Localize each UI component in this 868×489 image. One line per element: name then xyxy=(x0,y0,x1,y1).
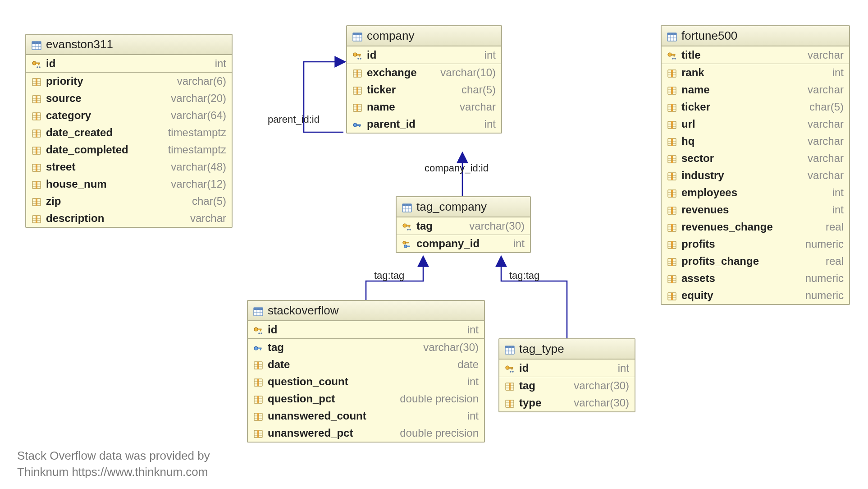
column-name: employees xyxy=(681,186,737,199)
table-title: tag_company xyxy=(416,200,487,214)
svg-rect-125 xyxy=(512,368,512,369)
svg-rect-84 xyxy=(407,246,410,247)
primary-key-icon xyxy=(32,59,41,68)
column-type: int xyxy=(215,57,226,70)
column-icon xyxy=(505,398,515,407)
column-row: sectorvarchar xyxy=(662,150,849,167)
column-name: rank xyxy=(681,66,704,79)
relation-label-tag-left: tag:tag xyxy=(374,270,404,281)
table-title: tag_type xyxy=(519,342,564,356)
column-name: ticker xyxy=(367,83,396,96)
table-rows: tagvarchar(30) company_idint xyxy=(397,217,530,252)
column-row: profitsnumeric xyxy=(662,235,849,253)
svg-rect-43 xyxy=(36,216,37,223)
column-icon xyxy=(253,394,263,403)
column-row: descriptionvarchar xyxy=(26,210,232,227)
column-type: char(5) xyxy=(461,83,496,96)
column-row: revenues_changereal xyxy=(662,218,849,235)
table-icon xyxy=(402,203,412,212)
svg-rect-72 xyxy=(402,204,411,206)
column-row: parent_idint xyxy=(347,115,501,133)
svg-rect-111 xyxy=(257,413,259,420)
foreign-key-icon xyxy=(352,120,362,129)
svg-point-9 xyxy=(39,66,41,68)
column-icon xyxy=(667,188,677,197)
column-row: date_createdtimestamptz xyxy=(26,124,232,141)
svg-rect-35 xyxy=(36,181,37,189)
svg-rect-191 xyxy=(671,258,673,266)
table-rows: idint priorityvarchar(6) sourcevarchar(2… xyxy=(26,55,232,227)
column-row: namevarchar xyxy=(662,81,849,98)
column-name: category xyxy=(46,109,91,122)
column-name: id xyxy=(367,49,376,61)
column-name: sector xyxy=(681,152,714,165)
column-icon xyxy=(352,68,362,77)
column-row: exchangevarchar(10) xyxy=(347,64,501,81)
column-type: int xyxy=(618,362,629,374)
svg-rect-167 xyxy=(671,156,673,163)
column-name: type xyxy=(519,397,541,409)
svg-rect-119 xyxy=(505,346,514,348)
column-type: int xyxy=(484,118,496,130)
column-row: zipchar(5) xyxy=(26,193,232,210)
table-title: evanston311 xyxy=(46,37,113,51)
column-icon xyxy=(32,145,41,154)
column-row: employeesint xyxy=(662,184,849,201)
svg-rect-199 xyxy=(671,293,673,300)
table-title: stackoverflow xyxy=(268,304,339,318)
footer-line2: Thinknum https://www.thinknum.com xyxy=(17,465,208,479)
column-row: profits_changereal xyxy=(662,253,849,270)
column-row: titlevarchar xyxy=(662,46,849,64)
column-type: numeric xyxy=(805,289,844,302)
svg-rect-99 xyxy=(257,362,259,369)
column-icon xyxy=(505,381,515,390)
svg-rect-82 xyxy=(406,242,409,243)
relation-label-company-id: company_id:id xyxy=(425,162,489,174)
svg-rect-187 xyxy=(671,241,673,249)
column-icon xyxy=(667,102,677,111)
svg-rect-19 xyxy=(36,113,37,120)
column-type: numeric xyxy=(805,272,844,285)
column-type: varchar(64) xyxy=(171,109,226,122)
column-type: timestamptz xyxy=(168,143,226,156)
column-icon xyxy=(667,120,677,129)
svg-rect-195 xyxy=(671,276,673,283)
column-type: numeric xyxy=(805,238,844,250)
primary-key-icon xyxy=(667,51,677,60)
column-type: int xyxy=(832,66,844,79)
column-type: varchar xyxy=(460,101,496,113)
svg-rect-92 xyxy=(260,330,261,331)
column-name: equity xyxy=(681,289,713,302)
column-icon xyxy=(253,411,263,420)
svg-rect-11 xyxy=(36,78,37,86)
table-icon xyxy=(667,32,677,41)
svg-point-144 xyxy=(672,58,674,60)
svg-rect-39 xyxy=(36,198,37,206)
table-title: company xyxy=(367,29,415,43)
column-row: tagvarchar(30) xyxy=(397,217,530,235)
column-type: varchar xyxy=(808,169,844,182)
column-name: date_completed xyxy=(46,143,128,156)
primary-key-icon xyxy=(352,51,362,60)
column-name: id xyxy=(46,57,55,70)
column-row: house_numvarchar(12) xyxy=(26,175,232,193)
column-icon xyxy=(667,171,677,180)
column-type: varchar xyxy=(808,135,844,148)
column-type: int xyxy=(513,237,525,250)
column-name: parent_id xyxy=(367,118,416,130)
primary-key-icon xyxy=(402,221,412,231)
column-name: hq xyxy=(681,135,694,148)
footer-note: Stack Overflow data was provided by Thin… xyxy=(17,447,233,480)
column-type: varchar(10) xyxy=(440,66,496,79)
svg-rect-133 xyxy=(509,400,511,407)
column-row: tickerchar(5) xyxy=(347,81,501,98)
column-icon xyxy=(667,257,677,266)
column-row: unanswered_countint xyxy=(248,407,484,424)
column-name: title xyxy=(681,49,701,61)
column-row: assetsnumeric xyxy=(662,270,849,287)
table-rows: idint exchangevarchar(10) tickerchar(5) … xyxy=(347,46,501,133)
column-type: varchar(6) xyxy=(177,75,226,88)
column-row: idint xyxy=(499,360,635,377)
column-icon xyxy=(32,128,41,137)
svg-rect-86 xyxy=(254,308,263,310)
